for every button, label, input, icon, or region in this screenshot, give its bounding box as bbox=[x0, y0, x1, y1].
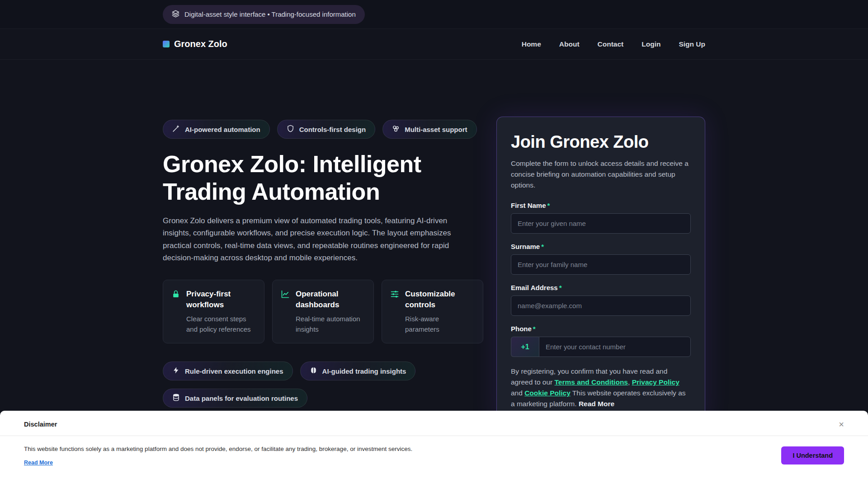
brand-mark-icon bbox=[163, 41, 170, 47]
feature-card-controls: Customizable controls Risk-aware paramet… bbox=[382, 280, 483, 344]
first-name-field[interactable] bbox=[511, 213, 691, 234]
brand-name: Gronex Zolo bbox=[174, 39, 227, 49]
database-icon bbox=[172, 394, 180, 403]
badge-label: Controls-first design bbox=[299, 126, 366, 133]
field-first-name: First Name* bbox=[511, 202, 691, 234]
feature-card-dashboards: Operational dashboards Real-time automat… bbox=[272, 280, 374, 344]
phone-country-prefix[interactable]: +1 bbox=[511, 337, 539, 357]
hero-description: Gronex Zolo delivers a premium view of a… bbox=[163, 215, 461, 264]
required-mark: * bbox=[559, 284, 562, 291]
nav-links: Home About Contact Login Sign Up bbox=[522, 40, 705, 48]
form-title: Join Gronex Zolo bbox=[511, 132, 691, 152]
privacy-policy-link[interactable]: Privacy Policy bbox=[632, 378, 679, 386]
feature-cards: Privacy-first workflows Clear consent st… bbox=[163, 280, 484, 344]
disclaimer-read-more-link[interactable]: Read More bbox=[24, 460, 53, 466]
terms-sep2: and bbox=[511, 389, 524, 397]
nav-link-login[interactable]: Login bbox=[642, 40, 660, 48]
surname-field[interactable] bbox=[511, 254, 691, 275]
hero-bottom-badges: Rule-driven execution engines AI-guided … bbox=[163, 361, 461, 408]
assets-icon bbox=[392, 125, 400, 134]
brain-icon bbox=[310, 366, 317, 375]
badge-label: AI-guided trading insights bbox=[322, 367, 406, 375]
feature-description: Clear consent steps and policy reference… bbox=[186, 314, 256, 334]
hero-left-column: AI-powered automation Controls-first des… bbox=[163, 117, 484, 408]
badge-label: Multi-asset support bbox=[405, 126, 467, 133]
required-mark: * bbox=[541, 243, 544, 250]
layers-icon bbox=[172, 10, 179, 19]
phone-field[interactable] bbox=[539, 337, 691, 357]
nav-link-about[interactable]: About bbox=[559, 40, 580, 48]
navbar: Gronex Zolo Home About Contact Login Sig… bbox=[0, 29, 868, 60]
disclaimer-content: This website functions solely as a marke… bbox=[24, 445, 412, 466]
feature-description: Real-time automation insights bbox=[296, 314, 365, 334]
shield-icon bbox=[287, 125, 294, 134]
required-mark: * bbox=[533, 325, 536, 333]
bolt-icon bbox=[172, 366, 180, 375]
badge-ai-guided: AI-guided trading insights bbox=[300, 361, 416, 380]
chart-line-icon bbox=[281, 289, 290, 300]
nav-link-home[interactable]: Home bbox=[522, 40, 541, 48]
brand-logo[interactable]: Gronex Zolo bbox=[163, 39, 227, 49]
badge-label: Rule-driven execution engines bbox=[185, 367, 283, 375]
page-title: Gronex Zolo: Intelligent Trading Automat… bbox=[163, 150, 484, 206]
wand-icon bbox=[172, 125, 180, 134]
field-phone: Phone* +1 bbox=[511, 325, 691, 357]
accept-disclaimer-button[interactable]: I Understand bbox=[781, 446, 844, 465]
top-banner: Digital-asset style interface • Trading-… bbox=[0, 0, 868, 29]
field-email: Email Address* bbox=[511, 284, 691, 316]
hero-top-badges: AI-powered automation Controls-first des… bbox=[163, 120, 484, 139]
terms-sep1: , bbox=[628, 378, 632, 386]
disclaimer-body-text: This website functions solely as a marke… bbox=[24, 445, 412, 454]
badge-rule-driven: Rule-driven execution engines bbox=[163, 361, 293, 380]
terms-read-more-link[interactable]: Read More bbox=[579, 400, 614, 408]
sliders-icon bbox=[390, 289, 399, 300]
hero-section: AI-powered automation Controls-first des… bbox=[163, 60, 705, 422]
terms-and-conditions-link[interactable]: Terms and Conditions bbox=[555, 378, 628, 386]
badge-label: AI-powered automation bbox=[185, 126, 260, 133]
nav-link-contact[interactable]: Contact bbox=[598, 40, 624, 48]
surname-label: Surname* bbox=[511, 243, 691, 250]
first-name-label: First Name* bbox=[511, 202, 691, 209]
disclaimer-title: Disclaimer bbox=[24, 421, 57, 428]
badge-ai-powered: AI-powered automation bbox=[163, 120, 270, 139]
nav-link-signup[interactable]: Sign Up bbox=[679, 40, 705, 48]
field-surname: Surname* bbox=[511, 243, 691, 275]
email-label: Email Address* bbox=[511, 284, 691, 291]
badge-data-panels: Data panels for evaluation routines bbox=[163, 389, 307, 408]
lock-icon bbox=[171, 289, 180, 300]
phone-label: Phone* bbox=[511, 325, 691, 333]
badge-multi-asset: Multi-asset support bbox=[382, 120, 476, 139]
close-icon[interactable]: × bbox=[839, 420, 844, 429]
banner-pill: Digital-asset style interface • Trading-… bbox=[163, 5, 365, 24]
disclaimer-bar: Disclaimer × This website functions sole… bbox=[0, 411, 868, 488]
feature-card-privacy: Privacy-first workflows Clear consent st… bbox=[163, 280, 264, 344]
badge-label: Data panels for evaluation routines bbox=[185, 394, 298, 402]
feature-description: Risk-aware parameters bbox=[405, 314, 475, 334]
required-mark: * bbox=[547, 202, 550, 209]
feature-title: Customizable controls bbox=[405, 289, 475, 310]
banner-text: Digital-asset style interface • Trading-… bbox=[184, 10, 356, 18]
signup-form-card: Join Gronex Zolo Complete the form to un… bbox=[496, 117, 705, 422]
cookie-policy-link[interactable]: Cookie Policy bbox=[524, 389, 571, 397]
form-description: Complete the form to unlock access detai… bbox=[511, 158, 691, 191]
feature-title: Operational dashboards bbox=[296, 289, 365, 310]
badge-controls-first: Controls-first design bbox=[277, 120, 376, 139]
feature-title: Privacy-first workflows bbox=[186, 289, 256, 310]
terms-text: By registering, you confirm that you hav… bbox=[511, 366, 691, 409]
email-field[interactable] bbox=[511, 296, 691, 316]
